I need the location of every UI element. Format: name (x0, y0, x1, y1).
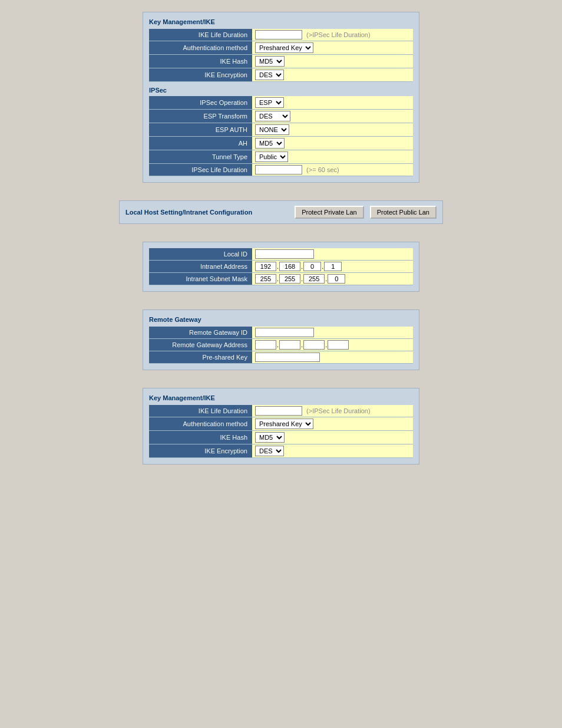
preshared-key-input[interactable] (255, 353, 320, 362)
ipsec-operation-cell: ESP (252, 96, 413, 110)
auth2-method-label: Authentication method (149, 417, 252, 431)
esp-auth-row: ESP AUTH NONE (149, 123, 413, 137)
remote-addr-octet4[interactable] (328, 340, 349, 350)
esp-transform-label: ESP Transform (149, 110, 252, 123)
ipsec-life-duration-row: IPSec Life Duration (>= 60 sec) (149, 164, 413, 176)
ike-life-duration-cell: (>IPSec Life Duration) (252, 29, 413, 41)
intranet-subnet-row: Intranet Subnet Mask . . . (149, 273, 413, 285)
intranet-address-ip-group: . . . (255, 262, 410, 271)
auth2-method-row: Authentication method Preshared Key (149, 417, 413, 431)
esp-transform-row: ESP Transform DES (149, 110, 413, 123)
auth-method-select[interactable]: Preshared Key (255, 42, 313, 53)
intranet-addr-octet2[interactable] (279, 262, 300, 271)
ike2-form-table: IKE Life Duration (>IPSec Life Duration)… (149, 405, 413, 458)
intranet-subnet-label: Intranet Subnet Mask (149, 273, 252, 285)
auth-method-cell: Preshared Key (252, 41, 413, 55)
ipsec-life-duration-label: IPSec Life Duration (149, 164, 252, 176)
esp-auth-label: ESP AUTH (149, 123, 252, 137)
remote-gateway-id-cell (252, 327, 413, 339)
ipsec-life-duration-cell: (>= 60 sec) (252, 164, 413, 176)
key-management-ike-section: Key Management/IKE IKE Life Duration (>I… (143, 12, 419, 183)
intranet-subnet-cell: . . . (252, 273, 413, 285)
ike-hash-row: IKE Hash MD5 (149, 55, 413, 68)
ah-label: AH (149, 137, 252, 150)
subnet-octet3[interactable] (303, 274, 325, 284)
ike2-encryption-select[interactable]: DES (255, 446, 284, 456)
intranet-subnet-ip-group: . . . (255, 274, 410, 284)
ipsec-operation-label: IPSec Operation (149, 96, 252, 110)
ipsec-operation-select[interactable]: ESP (255, 97, 284, 108)
ike2-life-duration-label: IKE Life Duration (149, 405, 252, 417)
intranet-addr-octet3[interactable] (303, 262, 321, 271)
remote-gateway-address-cell: . . . (252, 339, 413, 351)
remote-gateway-id-row: Remote Gateway ID (149, 327, 413, 339)
ike-encryption-select[interactable]: DES (255, 70, 284, 80)
local-id-label: Local ID (149, 248, 252, 261)
esp-auth-cell: NONE (252, 123, 413, 137)
intranet-address-cell: . . . (252, 261, 413, 273)
remote-addr-octet3[interactable] (303, 340, 325, 350)
ike2-life-duration-cell: (>IPSec Life Duration) (252, 405, 413, 417)
auth-method-row: Authentication method Preshared Key (149, 41, 413, 55)
ike-life-duration-row: IKE Life Duration (>IPSec Life Duration) (149, 29, 413, 41)
esp-auth-select[interactable]: NONE (255, 124, 289, 135)
remote-addr-octet1[interactable] (255, 340, 276, 350)
local-id-input[interactable] (255, 249, 314, 259)
ipsec-title: IPSec (149, 87, 413, 94)
auth-method-label: Authentication method (149, 41, 252, 55)
ike-encryption-label: IKE Encryption (149, 68, 252, 82)
subnet-octet4[interactable] (328, 274, 345, 284)
tunnel-type-row: Tunnel Type Public (149, 150, 413, 164)
protect-public-lan-button[interactable]: Protect Public Lan (370, 206, 437, 219)
local-form-table: Local ID Intranet Address . . . (149, 248, 413, 285)
ike2-life-duration-hint: (>IPSec Life Duration) (306, 407, 371, 414)
remote-addr-octet2[interactable] (279, 340, 300, 350)
subnet-octet2[interactable] (279, 274, 300, 284)
preshared-key-row: Pre-shared Key (149, 351, 413, 364)
ike2-hash-row: IKE Hash MD5 (149, 431, 413, 444)
remote-gateway-address-row: Remote Gateway Address . . . (149, 339, 413, 351)
ike-hash-cell: MD5 (252, 55, 413, 68)
local-id-section: Local ID Intranet Address . . . (143, 242, 419, 292)
local-id-row: Local ID (149, 248, 413, 261)
ike-hash-select[interactable]: MD5 (255, 56, 285, 67)
ipsec-life-duration-hint: (>= 60 sec) (306, 166, 339, 173)
local-host-bar: Local Host Setting/Intranet Configuratio… (119, 200, 443, 224)
remote-gateway-section: Remote Gateway Remote Gateway ID Remote … (143, 309, 419, 370)
ipsec-life-duration-input[interactable] (255, 165, 302, 174)
local-host-label: Local Host Setting/Intranet Configuratio… (125, 209, 289, 216)
intranet-addr-octet1[interactable] (255, 262, 276, 271)
section1-title: Key Management/IKE (149, 18, 413, 25)
ah-cell: MD5 (252, 137, 413, 150)
subnet-octet1[interactable] (255, 274, 276, 284)
ike-life-duration-label: IKE Life Duration (149, 29, 252, 41)
ike-life-duration-hint: (>IPSec Life Duration) (306, 31, 371, 38)
ike-encryption-row: IKE Encryption DES (149, 68, 413, 82)
protect-private-lan-button[interactable]: Protect Private Lan (295, 206, 364, 219)
ike2-life-duration-row: IKE Life Duration (>IPSec Life Duration) (149, 405, 413, 417)
auth2-method-select[interactable]: Preshared Key (255, 419, 313, 429)
remote-gateway-title: Remote Gateway (149, 316, 413, 323)
remote-gateway-id-label: Remote Gateway ID (149, 327, 252, 339)
ipsec-operation-row: IPSec Operation ESP (149, 96, 413, 110)
remote-gateway-id-input[interactable] (255, 328, 314, 337)
ah-select[interactable]: MD5 (255, 138, 285, 149)
intranet-address-label: Intranet Address (149, 261, 252, 273)
ah-row: AH MD5 (149, 137, 413, 150)
remote-gateway-ip-group: . . . (255, 340, 410, 350)
ike2-life-duration-input[interactable] (255, 406, 302, 416)
esp-transform-select[interactable]: DES (255, 111, 290, 121)
ike2-hash-label: IKE Hash (149, 431, 252, 444)
ike2-hash-cell: MD5 (252, 431, 413, 444)
ike2-hash-select[interactable]: MD5 (255, 432, 285, 443)
preshared-key-cell (252, 351, 413, 364)
tunnel-type-select[interactable]: Public (255, 151, 288, 162)
esp-transform-cell: DES (252, 110, 413, 123)
key-management-ike-section2: Key Management/IKE IKE Life Duration (>I… (143, 388, 419, 465)
ike-life-duration-input[interactable] (255, 30, 302, 39)
ike-form-table: IKE Life Duration (>IPSec Life Duration)… (149, 29, 413, 82)
ike-hash-label: IKE Hash (149, 55, 252, 68)
remote-gateway-address-label: Remote Gateway Address (149, 339, 252, 351)
ike2-encryption-row: IKE Encryption DES (149, 444, 413, 458)
intranet-addr-octet4[interactable] (324, 262, 342, 271)
